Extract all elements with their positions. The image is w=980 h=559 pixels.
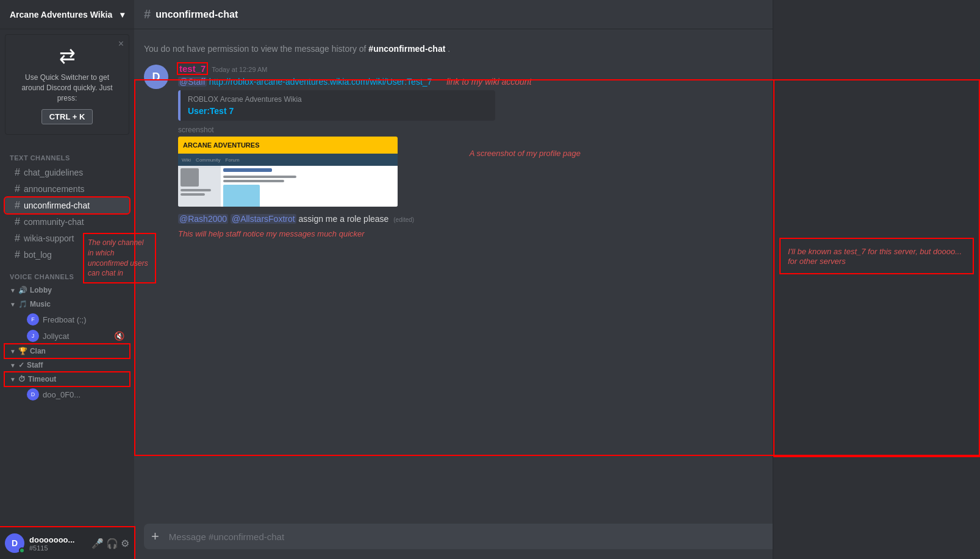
voice-channel-lobby[interactable]: ▼ 🔊 Lobby <box>5 283 129 297</box>
fake-avatar <box>181 168 199 187</box>
channel-item-unconfirmed-chat[interactable]: # unconfirmed-chat <box>5 198 129 213</box>
hash-icon: # <box>15 249 20 260</box>
image-label: screenshot <box>178 126 398 134</box>
fake-header: ARCANE ADVENTURES <box>178 137 398 154</box>
system-channel-ref: #unconfirmed-chat <box>368 44 445 54</box>
top-bar-left: # unconfirmed-chat <box>144 7 238 21</box>
user-tag: #5115 <box>29 544 87 552</box>
edited-tag: (edited) <box>393 216 414 223</box>
mention-rash: @Rash2000 <box>178 214 228 224</box>
message-image-container: screenshot ARCANE ADVENTURES Wiki Commun… <box>178 126 398 208</box>
hash-icon: # <box>15 183 20 194</box>
add-file-icon[interactable]: + <box>149 524 162 549</box>
user-info: dooooooo... #5115 <box>29 535 87 552</box>
voice-user-fredboat[interactable]: F Fredboat (:;) <box>5 312 129 327</box>
collapse-arrow: ▼ <box>10 287 16 294</box>
avatar: F <box>27 313 39 326</box>
clan-icon: 🏆 <box>18 347 27 355</box>
message-timestamp: Today at 12:29 AM <box>212 66 267 73</box>
message-embed: ROBLOX Arcane Adventures Wikia User:Test… <box>178 90 495 121</box>
status-indicator <box>19 547 25 554</box>
text-channels-header: TEXT CHANNELS <box>0 144 134 164</box>
quick-switcher-icon: ⇄ <box>15 45 119 68</box>
wiki-link[interactable]: http://roblox-arcane-adventures.wikia.co… <box>209 77 432 87</box>
channel-item-announcements[interactable]: # announcements <box>5 181 129 197</box>
hash-icon: # <box>15 200 20 211</box>
quick-switcher-popup: × ⇄ Use Quick Switcher to get around Dis… <box>5 34 129 135</box>
collapse-arrow: ▼ <box>10 301 16 308</box>
channel-title: unconfirmed-chat <box>156 9 238 20</box>
voice-channel-timeout[interactable]: ▼ ⏱ Timeout <box>5 372 129 386</box>
hash-icon: # <box>15 216 20 227</box>
user-controls: 🎤 🎧 ⚙ <box>91 538 129 549</box>
fake-text <box>181 193 205 196</box>
channel-tooltip: The only channel in which unconfirmed us… <box>83 233 156 283</box>
channel-name: bot_log <box>24 250 52 260</box>
avatar: J <box>27 330 39 342</box>
fake-main <box>221 166 398 207</box>
fake-body <box>178 166 398 207</box>
channel-item-chat-guidelines[interactable]: # chat_guidelines <box>5 165 129 180</box>
avatar: D <box>5 533 24 553</box>
username: Jollycat <box>43 332 110 341</box>
embed-title: User:Test 7 <box>188 106 488 116</box>
close-icon[interactable]: × <box>118 38 124 49</box>
server-note-text: I'll be known as test_7 for this server,… <box>788 247 962 266</box>
username: doo_0F0... <box>43 390 124 399</box>
channel-name: community-chat <box>24 217 84 227</box>
tooltip-text: The only channel in which unconfirmed us… <box>88 238 151 279</box>
hash-icon: # <box>15 167 20 178</box>
annotation-link-text: link to my wiki account <box>446 77 531 87</box>
server-name: Arcane Adventures Wikia <box>10 10 112 20</box>
channel-name: announcements <box>24 184 85 194</box>
channel-list: TEXT CHANNELS # chat_guidelines # announ… <box>0 140 134 527</box>
collapse-arrow: ▼ <box>10 362 16 369</box>
hash-icon: # <box>15 233 20 244</box>
system-msg-text: You do not have permission to view the m… <box>144 44 368 54</box>
channel-hash-icon: # <box>144 7 151 21</box>
voice-channel-name: Lobby <box>30 286 52 294</box>
channel-name: unconfirmed-chat <box>24 201 90 210</box>
message-avatar: D <box>144 65 168 89</box>
headset-icon[interactable]: 🎧 <box>106 538 118 549</box>
username: Fredboat (:;) <box>43 315 124 324</box>
embed-provider: ROBLOX Arcane Adventures Wikia <box>188 95 488 104</box>
music-icon: 🎵 <box>18 300 27 308</box>
right-panel: I'll be known as test_7 for this server,… <box>773 0 980 559</box>
channel-item-community-chat[interactable]: # community-chat <box>5 214 129 230</box>
voice-channel-staff[interactable]: ▼ ✓ Staff <box>5 358 129 372</box>
voice-user-partial[interactable]: D doo_0F0... <box>5 386 129 402</box>
voice-channel-clan[interactable]: ▼ 🏆 Clan <box>5 344 129 358</box>
fake-text <box>181 189 211 191</box>
server-note-box: I'll be known as test_7 for this server,… <box>779 238 974 274</box>
timeout-icon: ⏱ <box>18 375 26 383</box>
mic-icon[interactable]: 🎤 <box>91 538 104 549</box>
fake-text <box>223 180 284 182</box>
mention-staff: @Staff <box>178 77 207 87</box>
deafen-icon: 🔇 <box>114 331 124 341</box>
settings-icon[interactable]: ⚙ <box>121 538 129 549</box>
screenshot-annotation-text: A screenshot of my profile page <box>470 149 581 158</box>
voice-user-jollycat[interactable]: J Jollycat 🔇 <box>5 328 129 344</box>
user-area: D dooooooo... #5115 🎤 🎧 ⚙ <box>0 527 134 559</box>
quick-switcher-text: Use Quick Switcher to get around Discord… <box>15 73 119 103</box>
channel-name: wikia-support <box>24 233 74 243</box>
username-display: dooooooo... <box>29 535 87 544</box>
fake-img <box>223 185 260 207</box>
speaker-icon: 🔊 <box>18 286 27 294</box>
fake-nav: Wiki Community Forum <box>178 154 398 166</box>
voice-channel-name: Clan <box>30 347 46 355</box>
system-msg-end: . <box>448 44 450 54</box>
avatar: D <box>27 388 39 401</box>
fake-text <box>223 176 296 178</box>
channel-name-text: unconfirmed-chat <box>156 9 238 20</box>
shortcut-badge: CTRL + K <box>41 109 93 124</box>
screenshot-image[interactable]: ARCANE ADVENTURES Wiki Community Forum <box>178 137 398 207</box>
server-header[interactable]: Arcane Adventures Wikia ▾ <box>0 0 134 29</box>
voice-channel-name: Staff <box>27 361 43 369</box>
channel-name: chat_guidelines <box>24 168 83 177</box>
collapse-arrow: ▼ <box>10 376 16 383</box>
assign-text: assign me a role please <box>299 214 389 224</box>
mention-allstars: @AllstarsFoxtrot <box>231 214 296 224</box>
voice-channel-music[interactable]: ▼ 🎵 Music <box>5 297 129 311</box>
